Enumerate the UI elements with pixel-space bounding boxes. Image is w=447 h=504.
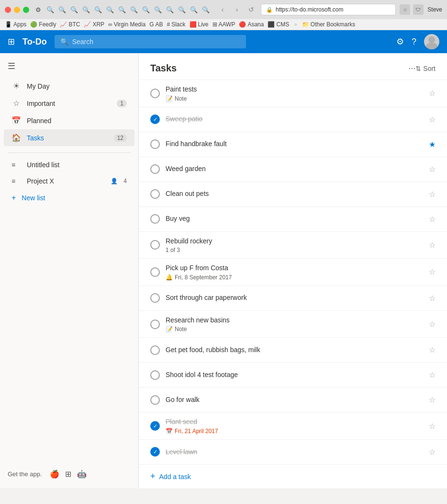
- task-checkbox[interactable]: [150, 421, 160, 431]
- task-checkbox[interactable]: [150, 214, 160, 224]
- extension-icon[interactable]: 🔍: [81, 4, 91, 15]
- sidebar-item-my-day[interactable]: ☀ My Day: [4, 78, 134, 94]
- task-checkbox[interactable]: [150, 370, 160, 380]
- task-checkbox[interactable]: [150, 320, 160, 329]
- task-checkbox[interactable]: [150, 345, 160, 355]
- sidebar-item-important[interactable]: ☆ Important 1: [4, 95, 134, 112]
- task-checkbox[interactable]: [150, 89, 160, 98]
- extension-icon[interactable]: 🔍: [153, 4, 163, 15]
- bookmark-xrp[interactable]: 📈 XRP: [84, 21, 104, 28]
- task-item[interactable]: Pick up F from Costa 🔔 Fri, 8 September …: [139, 259, 447, 286]
- task-checkbox[interactable]: [150, 395, 160, 405]
- task-item[interactable]: Weed garden ☆: [139, 157, 447, 182]
- maximize-button[interactable]: [23, 7, 29, 13]
- task-star[interactable]: ☆: [429, 395, 436, 404]
- task-item[interactable]: Go for walk ☆: [139, 388, 447, 412]
- forward-button[interactable]: ›: [231, 4, 243, 15]
- task-checkbox[interactable]: [150, 267, 160, 277]
- windows-icon[interactable]: ⊞: [65, 470, 71, 479]
- bookmark-cms[interactable]: ⬛ CMS: [268, 21, 289, 28]
- extension-icon[interactable]: 🔍: [189, 4, 199, 15]
- task-checkbox[interactable]: [150, 164, 160, 174]
- extension-icon[interactable]: ⚙: [33, 4, 44, 15]
- android-icon[interactable]: 🤖: [77, 470, 87, 479]
- task-star[interactable]: ☆: [429, 370, 436, 379]
- sort-button[interactable]: ⇅ Sort: [415, 65, 436, 72]
- new-list-button[interactable]: + New list: [4, 190, 134, 206]
- bookmark-aawp[interactable]: ⊞ AAWP: [212, 21, 235, 28]
- close-button[interactable]: [5, 7, 11, 13]
- bookmark-icon[interactable]: ☆: [400, 4, 410, 15]
- task-star[interactable]: ☆: [429, 447, 436, 457]
- bookmark-virgin[interactable]: ∞ Virgin Media: [108, 21, 145, 28]
- bookmark-slack[interactable]: # Slack: [167, 21, 185, 28]
- tasks-more-button[interactable]: ···: [408, 63, 415, 73]
- address-bar[interactable]: 🔒 https://to-do.microsoft.com: [261, 4, 396, 15]
- extension-icon[interactable]: 🔍: [117, 4, 127, 15]
- task-item[interactable]: Get pet food, rubbish bags, milk ☆: [139, 338, 447, 363]
- sidebar-menu-icon[interactable]: ☰: [0, 57, 138, 75]
- task-item[interactable]: Sort through car paperwork ☆: [139, 286, 447, 311]
- grid-icon[interactable]: ⊞: [8, 36, 15, 47]
- bookmark-asana[interactable]: 🔴 Asana: [239, 21, 264, 28]
- back-button[interactable]: ‹: [217, 4, 228, 15]
- extension-icon[interactable]: 🔍: [165, 4, 175, 15]
- sidebar-item-project-x[interactable]: ≡ Project X 👤 4: [4, 173, 134, 189]
- task-checkbox[interactable]: [150, 447, 160, 457]
- task-star[interactable]: ☆: [429, 422, 436, 431]
- task-item[interactable]: Plant seed 📅 Fri, 21 April 2017 ☆: [139, 412, 447, 440]
- apple-icon[interactable]: 🍎: [50, 470, 59, 479]
- task-star[interactable]: ☆: [429, 115, 436, 124]
- bookmark-other[interactable]: 📁 Other Bookmarks: [302, 21, 355, 28]
- task-checkbox[interactable]: [150, 240, 160, 250]
- avatar[interactable]: [424, 34, 439, 49]
- task-checkbox[interactable]: [150, 115, 160, 124]
- refresh-button[interactable]: ↺: [246, 4, 257, 15]
- task-item[interactable]: Sweep patio ☆: [139, 107, 447, 132]
- settings-icon[interactable]: ⚙: [396, 36, 404, 47]
- task-star[interactable]: ☆: [429, 190, 436, 199]
- bookmark-feedly[interactable]: 🟢 Feedly: [30, 21, 56, 28]
- add-task-button[interactable]: + Add a task: [139, 464, 447, 488]
- task-item[interactable]: Level lawn ☆: [139, 440, 447, 464]
- bookmark-apps[interactable]: 📱 Apps: [5, 21, 26, 28]
- task-star[interactable]: ☆: [429, 294, 436, 303]
- help-icon[interactable]: ?: [412, 37, 416, 47]
- task-star[interactable]: ☆: [429, 89, 436, 98]
- task-item[interactable]: Buy veg ☆: [139, 207, 447, 232]
- task-star[interactable]: ☆: [429, 320, 436, 329]
- sidebar-item-untitled-list[interactable]: ≡ Untitled list: [4, 157, 134, 172]
- sidebar-item-planned[interactable]: 📅 Planned: [4, 112, 134, 129]
- task-star[interactable]: ☆: [429, 241, 436, 250]
- task-star[interactable]: ☆: [429, 165, 436, 174]
- task-item[interactable]: Rebuild rockery 1 of 3 ☆: [139, 232, 447, 259]
- extension-icon[interactable]: 🔍: [201, 4, 211, 15]
- task-item[interactable]: Shoot idol 4 test footage ☆: [139, 363, 447, 388]
- extension-icon[interactable]: 🔍: [57, 4, 67, 15]
- task-star[interactable]: ☆: [429, 345, 436, 355]
- task-star[interactable]: ★: [429, 140, 436, 149]
- task-item[interactable]: Find handbrake fault ★: [139, 132, 447, 157]
- task-checkbox[interactable]: [150, 189, 160, 199]
- extension-icon[interactable]: 🔍: [129, 4, 139, 15]
- search-bar[interactable]: 🔍: [55, 35, 246, 48]
- sidebar-item-tasks[interactable]: 🏠 Tasks 12: [4, 129, 134, 146]
- task-checkbox[interactable]: [150, 293, 160, 303]
- task-item[interactable]: Research new basins 📝 Note ☆: [139, 311, 447, 338]
- extension-icon[interactable]: 🔍: [45, 4, 56, 15]
- extension-icon[interactable]: 🔍: [105, 4, 115, 15]
- task-item[interactable]: Paint tests 📝 Note ☆: [139, 80, 447, 107]
- task-star[interactable]: ☆: [429, 267, 436, 276]
- extension-icon[interactable]: 🔍: [69, 4, 79, 15]
- bookmark-live[interactable]: 🟥 Live: [190, 21, 209, 28]
- bookmark-ab[interactable]: G AB: [149, 21, 163, 28]
- extension-icon[interactable]: 🔍: [177, 4, 187, 15]
- search-input[interactable]: [72, 38, 240, 46]
- bookmark-btc[interactable]: 📈 BTC: [60, 21, 80, 28]
- task-item[interactable]: Clean out pets ☆: [139, 182, 447, 207]
- task-checkbox[interactable]: [150, 139, 160, 149]
- extension-icon[interactable]: 🔍: [93, 4, 103, 15]
- extension-shield[interactable]: 🛡: [413, 4, 424, 15]
- minimize-button[interactable]: [14, 7, 20, 13]
- task-star[interactable]: ☆: [429, 215, 436, 224]
